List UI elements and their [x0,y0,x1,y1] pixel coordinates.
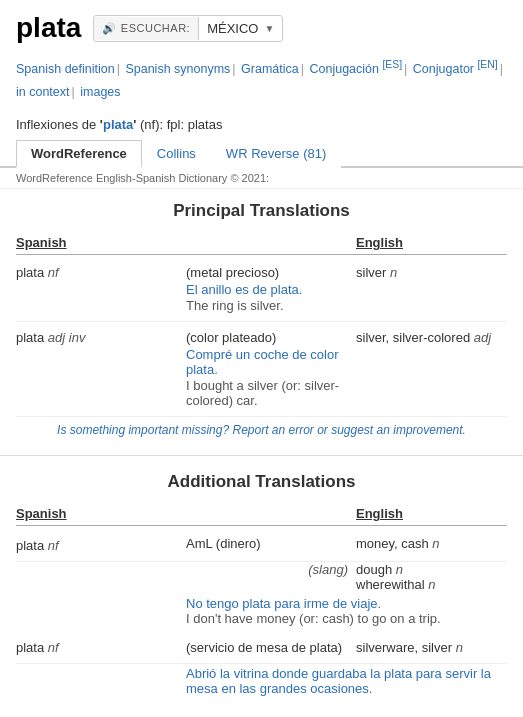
error-link[interactable]: Is something important missing? Report a… [57,423,466,437]
tab-wr-reverse[interactable]: WR Reverse (81) [211,140,341,168]
add-entry-word-1: plata nf [16,536,186,553]
principal-translations-section: Principal Translations Spanish English p… [0,189,523,451]
listen-box: 🔊 ESCUCHAR: MÉXICO ▼ [93,15,283,42]
nav-link-spanish-synonyms[interactable]: Spanish synonyms [125,62,230,76]
copyright: WordReference English-Spanish Dictionary… [0,168,523,189]
entry-def-2: (color plateado) Compré un coche de colo… [186,330,356,408]
tab-bar: WordReference Collins WR Reverse (81) [0,138,523,168]
section-divider [0,455,523,456]
entry-trans-1: silver n [356,265,507,280]
principal-col-spanish: Spanish [16,235,186,250]
add-entry-1-slang: (slang) dough n wherewithal n [16,562,507,594]
nav-link-gramatica[interactable]: Gramática [241,62,299,76]
entry-word-1: plata nf [16,265,186,280]
tab-wordreference[interactable]: WordReference [16,140,142,168]
nav-link-conjugator[interactable]: Conjugator [EN] [413,62,498,76]
inflections-grammar: (nf): fpl: [140,117,184,132]
inflections: Inflexiones de 'plata' (nf): fpl: platas [0,111,523,136]
inflections-plural: platas [188,117,223,132]
chevron-down-icon: ▼ [264,23,274,34]
principal-entry-2: plata adj inv (color plateado) Compré un… [16,322,507,417]
listen-label: ESCUCHAR: [121,22,190,34]
principal-entry-1: plata nf (metal precioso) El anillo es d… [16,257,507,322]
principal-col-english: English [356,235,507,250]
add-entry-1-examples: No tengo plata para irme de viaje. I don… [16,594,507,632]
inflections-label: Inflexiones [16,117,78,132]
additional-col-headers: Spanish English [16,502,507,526]
add-entry-trans-1: money, cash n [356,536,507,551]
entry-trans-2: silver, silver-colored adj [356,330,507,345]
add-entry-2-example: Abrió la vitrina donde guardaba la plata… [16,664,507,702]
add-entry-word-2: plata nf [16,640,186,655]
nav-link-context[interactable]: in context [16,85,70,99]
additional-translations-section: Additional Translations Spanish English … [0,460,523,714]
listen-button[interactable]: 🔊 ESCUCHAR: [94,17,199,40]
add-entry-def-2: (servicio de mesa de plata) [186,640,356,655]
add-entry-def-1: AmL (dinero) [186,536,356,551]
speaker-icon: 🔊 [102,22,117,35]
principal-translations-title: Principal Translations [16,201,507,221]
additional-entry-2: plata nf (servicio de mesa de plata) sil… [16,632,507,664]
add-entry-trans-2: silverware, silver n [356,640,507,655]
entry-word-2: plata adj inv [16,330,186,345]
nav-links: Spanish definition| Spanish synonyms| Gr… [0,52,523,111]
additional-col-english: English [356,506,507,521]
additional-entry-1: plata nf AmL (dinero) money, cash n [16,528,507,562]
additional-translations-title: Additional Translations [16,472,507,492]
nav-link-images[interactable]: images [80,85,120,99]
additional-col-spanish: Spanish [16,506,186,521]
region-label: MÉXICO [207,21,258,36]
tab-collins[interactable]: Collins [142,140,211,168]
error-suggestion: Is something important missing? Report a… [16,417,507,439]
nav-link-conjugacion[interactable]: Conjugación [ES] [309,62,402,76]
inflections-word: 'plata' [100,117,137,132]
entry-def-1: (metal precioso) El anillo es de plata. … [186,265,356,313]
region-select[interactable]: MÉXICO ▼ [199,16,282,41]
header: plata 🔊 ESCUCHAR: MÉXICO ▼ [0,0,523,52]
principal-col-headers: Spanish English [16,231,507,255]
nav-link-spanish-definition[interactable]: Spanish definition [16,62,115,76]
word-title: plata [16,12,81,44]
